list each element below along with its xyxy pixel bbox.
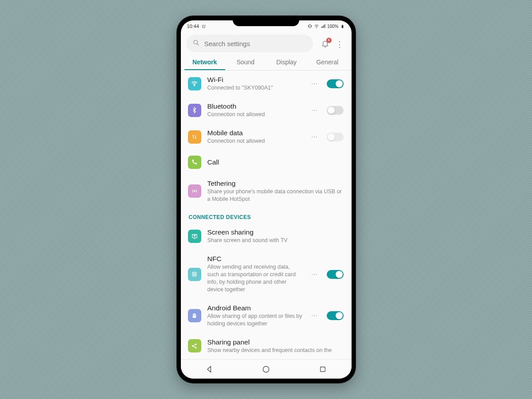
- tethering-icon: [188, 184, 201, 198]
- row-title: Sharing panel: [207, 338, 344, 346]
- overflow-menu-button[interactable]: ⋮: [336, 40, 344, 48]
- phone-frame: 10:44 100%: [176, 16, 356, 383]
- sharing-panel-icon: [188, 339, 201, 352]
- tab-network[interactable]: Network: [184, 54, 225, 70]
- row-mobile-data[interactable]: Mobile data Connection not allowed ⋯: [181, 124, 352, 150]
- search-icon: [192, 39, 200, 48]
- display-notch: [233, 16, 299, 26]
- bluetooth-toggle[interactable]: [327, 106, 344, 115]
- row-bluetooth[interactable]: Bluetooth Connection not allowed ⋯: [181, 97, 352, 124]
- section-connected-devices: CONNECTED DEVICES: [181, 208, 352, 223]
- navigation-bar: [181, 359, 352, 379]
- search-bar[interactable]: [186, 35, 313, 52]
- screen: 10:44 100%: [181, 20, 352, 379]
- signal-icon: [321, 23, 326, 29]
- row-subtitle: Share screen and sound with TV: [207, 237, 344, 244]
- svg-rect-12: [193, 316, 196, 318]
- screen-sharing-icon: [188, 230, 201, 243]
- row-subtitle: Allow sharing of app content or files by…: [207, 313, 302, 328]
- bluetooth-icon: [188, 104, 201, 117]
- row-sharing-panel[interactable]: Sharing panel Show nearby devices and fr…: [181, 333, 352, 356]
- recents-button[interactable]: [318, 364, 328, 374]
- svg-point-16: [263, 366, 269, 372]
- row-title: NFC: [207, 255, 302, 263]
- battery-full-icon: [340, 23, 345, 29]
- svg-rect-4: [342, 24, 343, 25]
- mobile-data-toggle[interactable]: [327, 133, 344, 141]
- svg-point-14: [195, 344, 196, 345]
- alarm-icon: [201, 23, 206, 29]
- back-button[interactable]: [204, 364, 214, 374]
- row-title: Bluetooth: [207, 102, 302, 110]
- svg-rect-17: [321, 367, 325, 372]
- row-nfc[interactable]: NFC Allow sending and receiving data, su…: [181, 250, 352, 299]
- svg-point-6: [194, 85, 195, 86]
- nfc-toggle[interactable]: [327, 270, 344, 279]
- battery-percent: 100%: [327, 24, 339, 29]
- row-subtitle: Share your phone's mobile data connectio…: [207, 188, 344, 203]
- svg-point-11: [195, 314, 196, 314]
- svg-point-10: [193, 314, 194, 314]
- row-title: Call: [207, 158, 344, 166]
- call-icon: [188, 156, 201, 169]
- row-subtitle: Show nearby devices and frequent contact…: [207, 347, 344, 354]
- svg-point-2: [316, 27, 317, 28]
- more-icon[interactable]: ⋯: [309, 133, 321, 141]
- row-title: Screen sharing: [207, 228, 344, 236]
- home-button[interactable]: [261, 364, 271, 374]
- row-call[interactable]: Call: [181, 150, 352, 174]
- more-icon[interactable]: ⋯: [309, 107, 321, 114]
- row-android-beam[interactable]: Android Beam Allow sharing of app conten…: [181, 299, 352, 333]
- nfc-icon: [188, 268, 201, 281]
- search-input[interactable]: [204, 40, 307, 47]
- row-subtitle: Connection not allowed: [207, 111, 302, 118]
- wifi-icon: [188, 77, 201, 90]
- row-subtitle: Connected to "SKY090A1": [207, 84, 302, 92]
- tab-general[interactable]: General: [307, 54, 348, 70]
- vibrate-icon: [307, 23, 313, 29]
- wifi-icon: [314, 23, 319, 29]
- row-subtitle: Allow sending and receiving data, such a…: [207, 263, 302, 293]
- status-time: 10:44: [187, 23, 200, 29]
- svg-point-13: [192, 345, 194, 347]
- more-icon[interactable]: ⋯: [309, 80, 321, 87]
- notification-badge: 3: [326, 38, 332, 43]
- row-wifi[interactable]: Wi-Fi Connected to "SKY090A1" ⋯: [181, 70, 352, 97]
- settings-list[interactable]: Wi-Fi Connected to "SKY090A1" ⋯ Bluetoot…: [181, 70, 352, 359]
- row-subtitle: Connection not allowed: [207, 137, 302, 145]
- tabs: Network Sound Display General: [181, 54, 352, 70]
- svg-rect-1: [309, 25, 311, 28]
- row-tethering[interactable]: Tethering Share your phone's mobile data…: [181, 174, 352, 208]
- mobile-data-icon: [188, 130, 201, 144]
- android-beam-toggle[interactable]: [327, 311, 344, 320]
- row-screen-sharing[interactable]: Screen sharing Share screen and sound wi…: [181, 223, 352, 250]
- more-icon[interactable]: ⋯: [309, 312, 321, 319]
- tab-display[interactable]: Display: [266, 54, 307, 70]
- android-beam-icon: [188, 309, 201, 322]
- more-icon[interactable]: ⋯: [309, 271, 321, 278]
- row-title: Mobile data: [207, 129, 302, 137]
- notifications-button[interactable]: 3: [321, 39, 329, 50]
- row-title: Android Beam: [207, 304, 302, 312]
- row-title: Wi-Fi: [207, 76, 302, 84]
- row-title: Tethering: [207, 180, 344, 188]
- wifi-toggle[interactable]: [327, 79, 344, 88]
- svg-rect-3: [342, 25, 344, 27]
- tab-sound[interactable]: Sound: [225, 54, 266, 70]
- svg-point-5: [193, 40, 197, 44]
- svg-point-15: [195, 347, 196, 348]
- svg-point-7: [194, 191, 195, 192]
